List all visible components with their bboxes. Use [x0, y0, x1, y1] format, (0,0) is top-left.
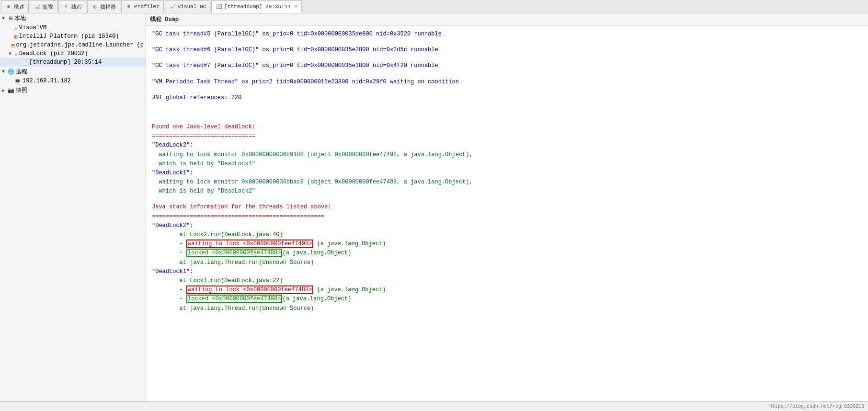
item-label-deadlock: DeadLock (pid 20032) [19, 50, 88, 57]
tab-label-threaddump: [threaddump] 20:35:14 [224, 4, 291, 10]
content-line: JNI global references: 220 [152, 93, 862, 103]
sidebar-item-jetbrains[interactable]: ◩org.jetbrains.jps.cmdline.Launcher (p [0, 41, 146, 49]
tab-threads[interactable]: ⚡线程 [58, 0, 86, 13]
item-icon-threaddump: 📄 [21, 59, 28, 66]
sidebar-item-threaddump[interactable]: 📄[threaddump] 20:35:14 [0, 58, 146, 67]
deadlock-detail-line: waiting to lock monitor 0x00000000036bba… [152, 178, 862, 187]
deadlock-name-line: "DeadLock2": [152, 141, 862, 150]
tab-close-threaddump[interactable]: × [295, 4, 297, 10]
thread-dump-content[interactable]: "GC task thread#5 (ParallelGC)" os_prio=… [146, 26, 868, 401]
tab-label-monitor: 监视 [43, 3, 53, 11]
empty-line [152, 109, 862, 116]
empty-line [152, 116, 862, 123]
sidebar: ▼🖥本地 ☕VisualVM ◩IntelliJ Platform (pid 1… [0, 13, 146, 401]
content-line: "GC task thread#6 (ParallelGC)" os_prio=… [152, 46, 862, 55]
indent-spacer [2, 59, 15, 66]
wait-suffix: (a java.lang.Object) [313, 286, 386, 293]
tab-monitor[interactable]: 📊监视 [30, 0, 57, 13]
wait-lock-highlight: waiting to lock <0x00000000fee47498> [186, 240, 313, 248]
tab-icon-visualgc: 📈 [169, 3, 176, 10]
content-area: 线程 Dump "GC task thread#5 (ParallelGC)" … [146, 13, 868, 401]
tab-sampler[interactable]: ◎抽样器 [87, 0, 120, 13]
tab-profiler[interactable]: ⊙Profiler [121, 0, 164, 13]
item-icon-intellij: ◩ [14, 34, 18, 40]
wait-lock-line: - waiting to lock <0x00000000fee47488> (… [152, 285, 862, 295]
deadlock-name-line: "DeadLock1": [152, 267, 862, 276]
content-line: "GC task thread#7 (ParallelGC)" os_prio=… [152, 61, 862, 70]
indent-spacer [2, 33, 9, 40]
indent-line: at Lock1.run(DeadLock.java:22) [152, 276, 862, 285]
empty-line [152, 196, 862, 203]
indent-spacer [2, 50, 9, 57]
arrow-icon-deadlock: ▼ [9, 51, 14, 57]
status-bar: https://blog.csdn.net/reg_8320213 [0, 401, 868, 411]
item-icon-jetbrains: ◩ [11, 42, 15, 48]
indent-line: at java.lang.Thread.run(Unknown Source) [152, 304, 862, 313]
indent-spacer [2, 42, 7, 48]
locked-line: - locked <0x00000000fee47488>(a java.lan… [152, 249, 862, 258]
deadlock-detail-line: waiting to lock monitor 0x00000000036b91… [152, 150, 862, 160]
deadlock-line: Java stack information for the threads l… [152, 203, 862, 212]
locked-suffix: (a java.lang.Object) [282, 296, 351, 302]
deadlock-name-line: "DeadLock2": [152, 221, 862, 230]
item-icon-deadlock: ☕ [14, 51, 18, 57]
indent-line: at Lock2.run(DeadLock.java:40) [152, 230, 862, 240]
item-label-remote-ip: 192.168.31.182 [23, 78, 71, 84]
tab-label-visualgc: Visual GC [178, 4, 206, 10]
item-icon-visualvm: ☕ [14, 25, 18, 31]
tab-icon-threads: ⚡ [63, 3, 69, 10]
sidebar-section-remote[interactable]: ▼🌐远程 [0, 67, 146, 77]
arrow-icon-snapshots: ▶ [2, 88, 8, 93]
section-label-remote: 远程 [16, 68, 27, 76]
tab-visualgc[interactable]: 📈Visual GC [165, 0, 210, 13]
tab-overview[interactable]: ≡概述 [1, 0, 29, 13]
item-label-threaddump: [threaddump] 20:35:14 [29, 59, 102, 66]
item-label-jetbrains: org.jetbrains.jps.cmdline.Launcher (p [16, 42, 144, 48]
wait-prefix: - [152, 240, 186, 247]
item-label-visualvm: VisualVM [19, 24, 47, 31]
section-header: 线程 Dump [146, 13, 868, 26]
arrow-icon-remote: ▼ [2, 69, 8, 74]
locked-prefix: - [152, 296, 186, 302]
indent-spacer [2, 78, 9, 84]
arrow-icon-local: ▼ [2, 16, 8, 21]
locked-highlight: locked <0x00000000fee47488> [186, 249, 282, 257]
empty-line [152, 87, 862, 93]
indent-spacer [2, 24, 9, 31]
tab-label-sampler: 抽样器 [100, 3, 116, 11]
empty-line [152, 71, 862, 78]
deadlock-line: Found one Java-level deadlock: [152, 123, 862, 132]
tab-icon-profiler: ⊙ [126, 3, 132, 10]
locked-highlight: locked <0x00000000fee47498> [186, 295, 282, 303]
tab-icon-overview: ≡ [5, 3, 12, 10]
empty-line [152, 55, 862, 61]
sidebar-item-intellij[interactable]: ◩IntelliJ Platform (pid 16340) [0, 32, 146, 41]
tab-icon-monitor: 📊 [34, 3, 41, 10]
sidebar-item-remote-ip[interactable]: 💻192.168.31.182 [0, 77, 146, 85]
tab-label-overview: 概述 [14, 3, 24, 11]
sidebar-item-visualvm[interactable]: ☕VisualVM [0, 23, 146, 32]
deadlock-line: ========================================… [152, 212, 862, 221]
tab-icon-sampler: ◎ [91, 3, 98, 10]
section-label-snapshots: 快照 [16, 86, 27, 94]
sidebar-section-snapshots[interactable]: ▶📷快照 [0, 85, 146, 95]
locked-line: - locked <0x00000000fee47498>(a java.lan… [152, 295, 862, 304]
wait-suffix: (a java.lang.Object) [313, 240, 386, 247]
item-icon-remote-ip: 💻 [14, 78, 21, 84]
indent-line: at java.lang.Thread.run(Unknown Source) [152, 258, 862, 267]
tab-icon-threaddump: 🔄 [216, 3, 222, 10]
deadlock-name-line: "DeadLock1": [152, 169, 862, 178]
locked-prefix: - [152, 250, 186, 256]
section-icon-local: 🖥 [8, 15, 13, 22]
sidebar-section-local[interactable]: ▼🖥本地 [0, 13, 146, 23]
empty-line [152, 103, 862, 109]
content-line: "VM Periodic Task Thread" os_prio=2 tid=… [152, 78, 862, 87]
tab-threaddump[interactable]: 🔄[threaddump] 20:35:14× [211, 0, 302, 13]
wait-lock-highlight: waiting to lock <0x00000000fee47488> [186, 285, 313, 294]
status-url: https://blog.csdn.net/reg_8320213 [769, 404, 864, 409]
section-icon-remote: 🌐 [8, 68, 14, 75]
wait-prefix: - [152, 286, 186, 293]
main-container: ▼🖥本地 ☕VisualVM ◩IntelliJ Platform (pid 1… [0, 13, 868, 401]
wait-lock-line: - waiting to lock <0x00000000fee47498> (… [152, 240, 862, 249]
sidebar-item-deadlock[interactable]: ▼☕DeadLock (pid 20032) [0, 49, 146, 58]
